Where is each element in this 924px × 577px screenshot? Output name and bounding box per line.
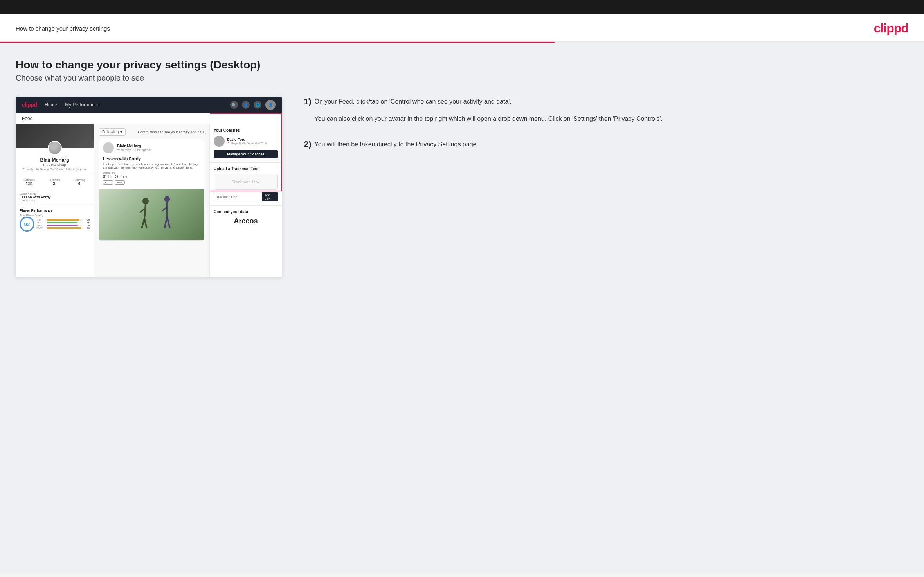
mock-nav: clippd Home My Performance 🔍 👤 🌐 👤 [16,97,282,113]
following-value: 4 [74,181,85,186]
trackman-placeholder: Trackman Link [214,174,278,190]
mock-nav-icons: 🔍 👤 🌐 👤 [230,100,276,110]
bar-arg: ARG 86 [37,224,90,226]
instruction-step2: 2) You will then be taken directly to th… [304,139,908,153]
article-subtitle: Choose what you want people to see [16,74,908,83]
quality-label: Total Player Quality [20,214,90,217]
latest-date: 03 Aug 2022 [20,199,90,202]
following-button[interactable]: Following ▾ [99,128,126,136]
quality-bars: OTT 90 APP 85 ARG [37,219,90,230]
step1-text-secondary: You can also click on your avatar in the… [315,114,663,124]
stat-following: Following 4 [74,178,85,186]
connect-section: Connect your data Arccos [210,206,282,229]
post-image [99,189,204,240]
stat-activities: Activities 131 [24,178,35,186]
quality-row: 92 OTT 90 APP 85 [20,217,90,232]
quality-score: 92 [20,217,34,232]
coach-row: David Ford 📍 Royal North Devon Golf Club [214,136,278,147]
instructions-column: 1) On your Feed, click/tap on 'Control w… [296,97,908,168]
article-title: How to change your privacy settings (Des… [16,59,908,71]
svg-line-8 [164,217,167,228]
avatar-icon[interactable]: 👤 [265,100,276,110]
stats-row: Activities 131 Followers 3 Following 4 [16,175,94,189]
mock-body: Blair McHarg Plus Handicap Royal North D… [16,124,282,277]
profile-club: Royal North Devon Golf Club, United King… [20,167,90,171]
step2-text: You will then be taken directly to the P… [315,139,478,149]
latest-title: Lesson with Fordy [20,195,90,199]
user-icon[interactable]: 👤 [242,101,250,109]
main-content: How to change your privacy settings (Des… [0,43,924,573]
trackman-title: Upload a Trackman Test [214,167,278,171]
mock-nav-performance: My Performance [65,102,99,108]
svg-line-4 [144,219,147,228]
page-header: How to change your privacy settings clip… [0,14,924,42]
latest-label: Latest Activity [20,192,90,195]
add-link-button[interactable]: Add Link [262,192,278,201]
post-body: Lesson with Fordy Looking to feel like m… [99,156,204,189]
perf-title: Player Performance [20,209,90,212]
followers-label: Followers [49,178,60,181]
mock-logo: clippd [22,102,37,108]
latest-activity: Latest Activity Lesson with Fordy 03 Aug… [16,189,94,205]
connect-title: Connect your data [214,210,278,214]
post-author-name: Blair McHarg [117,144,151,148]
control-privacy-link[interactable]: Control who can see your activity and da… [138,130,204,134]
post-author-avatar [103,142,114,153]
stat-followers: Followers 3 [49,178,60,186]
trackman-link-input[interactable] [214,192,260,201]
page-footer: Copyright Clippd 2022 [0,573,924,577]
step1-number: 1) [304,97,312,107]
post-duration-value: 01 hr : 30 min [103,174,127,179]
breadcrumb: How to change your privacy settings [16,25,110,32]
following-row: Following ▾ Control who can see your act… [99,128,204,136]
step2-number: 2) [304,139,312,149]
followers-value: 3 [49,181,60,186]
feed-tab[interactable]: Feed [16,113,282,124]
app-mockup: clippd Home My Performance 🔍 👤 🌐 👤 Feed [16,97,282,277]
tag-app: APP [115,180,125,185]
coach-info: David Ford 📍 Royal North Devon Golf Club [227,138,267,145]
post-duration-label: Duration 01 hr : 30 min [103,171,200,179]
player-performance: Player Performance Total Player Quality … [16,205,94,235]
manage-coaches-button[interactable]: Manage Your Coaches [214,150,278,158]
post-meta: Yesterday · Sunningdale [117,148,151,152]
post-text: Looking to feel like my hands are exitin… [103,162,200,169]
coaches-title: Your Coaches [214,128,278,133]
bar-app: APP 85 [37,221,90,224]
profile-handicap: Plus Handicap [20,163,90,167]
post-tags: OTT APP [103,180,200,185]
step1-text-primary: On your Feed, click/tap on 'Control who … [315,97,663,107]
demo-section: clippd Home My Performance 🔍 👤 🌐 👤 Feed [16,97,908,277]
top-bar [0,0,924,14]
profile-avatar [48,141,62,155]
svg-line-2 [140,209,144,213]
bar-ott: OTT 90 [37,219,90,221]
trackman-section: Upload a Trackman Test Trackman Link Add… [210,163,282,206]
coaches-section: Your Coaches David Ford 📍 Royal North De… [210,124,282,163]
mock-nav-home: Home [45,102,57,108]
svg-line-1 [144,205,146,219]
arccos-partner: Arccos [214,217,278,225]
profile-name: Blair McHarg [20,157,90,163]
mock-sidebar: Blair McHarg Plus Handicap Royal North D… [16,124,94,277]
svg-line-9 [167,217,170,228]
coach-avatar [214,136,225,147]
profile-banner [16,124,94,148]
coach-name: David Ford [227,138,267,142]
mock-feed-area: Following ▾ Control who can see your act… [94,124,209,277]
post-header: Blair McHarg Yesterday · Sunningdale [99,139,204,156]
globe-icon[interactable]: 🌐 [254,101,261,109]
trackman-input-row: Add Link [214,192,278,201]
search-icon[interactable]: 🔍 [230,101,238,109]
tag-ott: OTT [103,180,113,185]
svg-point-5 [164,196,170,202]
mock-right-panel: Your Coaches David Ford 📍 Royal North De… [209,124,282,277]
activities-label: Activities [24,178,35,181]
svg-point-0 [142,198,149,205]
location-icon: 📍 [227,142,231,145]
bar-putt: PUTT 96 [37,227,90,229]
instruction-step1: 1) On your Feed, click/tap on 'Control w… [304,97,908,124]
post-title: Lesson with Fordy [103,156,200,161]
post-author-info: Blair McHarg Yesterday · Sunningdale [117,144,151,152]
coach-club: 📍 Royal North Devon Golf Club [227,142,267,145]
